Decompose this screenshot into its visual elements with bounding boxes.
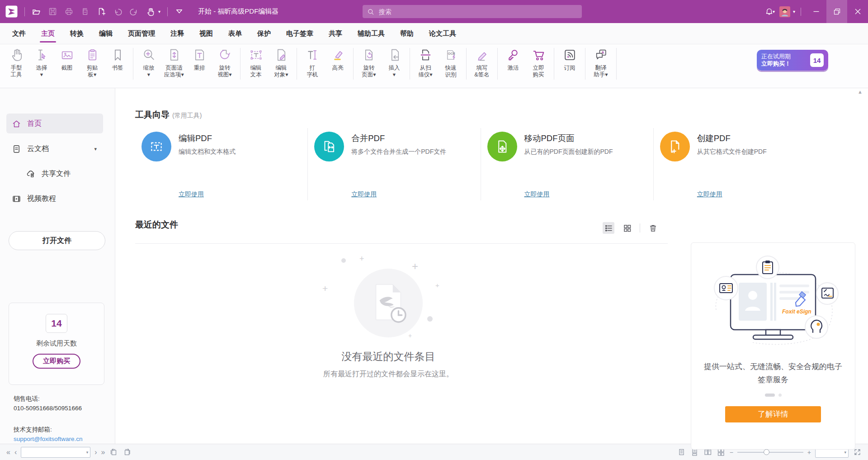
carousel-dot-active[interactable] bbox=[765, 394, 775, 397]
bell-caret-icon[interactable]: ▾ bbox=[773, 9, 775, 14]
menu-tab-view[interactable]: 视图 bbox=[192, 23, 221, 44]
hand-tool-icon[interactable] bbox=[146, 7, 155, 16]
sales-phone-label: 销售电话: bbox=[14, 395, 40, 403]
tool-card-merge-pdf: 合并PDF将多个文件合并生成一个PDF文件立即使用 bbox=[308, 128, 481, 200]
open-folder-icon[interactable] bbox=[32, 7, 41, 16]
tool-rotate-pages[interactable]: 旋转 页面▾ bbox=[356, 47, 382, 78]
tool-activate[interactable]: 激活 bbox=[500, 47, 526, 71]
carousel-dot[interactable] bbox=[778, 394, 782, 397]
sidebar-item-shared-files[interactable]: 共享文件 bbox=[6, 164, 103, 184]
sidebar-item-cloud-docs[interactable]: 云文档▾ bbox=[6, 139, 103, 159]
copy-page-icon[interactable] bbox=[80, 7, 90, 16]
sidebar-item-video-tutorials[interactable]: 视频教程 bbox=[6, 189, 103, 209]
zoom-slider[interactable] bbox=[737, 448, 803, 457]
menu-tab-comment[interactable]: 注释 bbox=[163, 23, 192, 44]
tool-insert[interactable]: 插入 ▾ bbox=[382, 47, 407, 78]
support-email-link[interactable]: support@foxitsoftware.cn bbox=[14, 436, 83, 442]
tool-bookmark[interactable]: 书签 bbox=[105, 47, 130, 71]
activate-key-icon bbox=[506, 47, 521, 64]
clear-recent-trash-button[interactable] bbox=[647, 222, 659, 234]
single-page-view-icon[interactable] bbox=[677, 448, 686, 457]
tool-card-create-pdf: 创建PDF从其它格式文件创建PDF立即使用 bbox=[654, 128, 826, 200]
grid-view-button[interactable] bbox=[621, 222, 633, 234]
use-now-link-merge-pdf[interactable]: 立即使用 bbox=[351, 190, 377, 199]
zoom-slider-knob[interactable] bbox=[764, 449, 769, 455]
tool-edit-object[interactable]: 编辑 对象▾ bbox=[269, 47, 294, 78]
use-now-link-edit-pdf[interactable]: 立即使用 bbox=[179, 190, 204, 199]
scroll-up-icon[interactable]: ▲ bbox=[858, 89, 863, 95]
title-bar: ▾ 开始 - 福昕高级PDF编辑器 ▾ ▾ bbox=[0, 0, 868, 23]
restore-button[interactable] bbox=[826, 0, 847, 23]
menu-tab-share[interactable]: 共享 bbox=[321, 23, 350, 44]
redo-icon[interactable] bbox=[129, 7, 139, 16]
toolbar-group-divider bbox=[616, 48, 617, 80]
tool-ocr[interactable]: OCR快速 识别 bbox=[438, 47, 463, 78]
tool-clipboard[interactable]: 剪贴 板▾ bbox=[80, 47, 105, 78]
hand-tool-icon-caret[interactable]: ▾ bbox=[158, 9, 160, 14]
divider bbox=[167, 7, 168, 16]
print-icon[interactable] bbox=[64, 7, 74, 16]
tool-page-fit[interactable]: 页面适 应选项▾ bbox=[161, 47, 187, 78]
avatar-caret-icon[interactable]: ▾ bbox=[793, 9, 795, 14]
tool-buy-now[interactable]: 立即 购买 bbox=[526, 47, 551, 78]
tool-scanner[interactable]: 从扫 描仪▾ bbox=[413, 47, 438, 78]
sidebar-item-label: 共享文件 bbox=[42, 169, 71, 179]
undo-icon[interactable] bbox=[113, 7, 123, 16]
divider bbox=[801, 8, 801, 16]
search-box[interactable] bbox=[363, 5, 582, 18]
zoom-level-input[interactable] bbox=[816, 449, 842, 455]
menu-tab-form[interactable]: 表单 bbox=[221, 23, 250, 44]
sidebar-item-home[interactable]: 首页 bbox=[6, 114, 103, 133]
menu-tab-protect[interactable]: 保护 bbox=[250, 23, 278, 44]
use-now-link-move-pdf-pages[interactable]: 立即使用 bbox=[524, 190, 550, 199]
next-page-button[interactable]: › bbox=[94, 449, 97, 456]
buy-now-button[interactable]: 立即购买 bbox=[33, 354, 80, 369]
cart-icon bbox=[531, 47, 546, 64]
last-page-button[interactable]: » bbox=[101, 449, 105, 456]
toolbar-group-divider bbox=[297, 48, 297, 80]
chevron-down-icon[interactable]: ▾ bbox=[94, 146, 97, 152]
next-view-icon[interactable] bbox=[122, 448, 131, 457]
menu-tab-file[interactable]: 文件 bbox=[5, 23, 33, 44]
menu-tab-organize[interactable]: 页面管理 bbox=[120, 23, 163, 44]
page-number-caret-icon[interactable]: ▾ bbox=[85, 450, 90, 455]
first-page-button[interactable]: « bbox=[6, 449, 10, 456]
tool-fill-sign[interactable]: 填写 &签名 bbox=[469, 47, 495, 78]
menu-tab-edit[interactable]: 编辑 bbox=[91, 23, 120, 44]
list-view-button[interactable] bbox=[603, 222, 614, 234]
minimize-button[interactable] bbox=[806, 0, 826, 23]
menu-tab-home[interactable]: 主页 bbox=[33, 23, 62, 44]
menu-tab-accessibility[interactable]: 辅助工具 bbox=[350, 23, 392, 44]
tool-hand[interactable]: 手型 工具 bbox=[4, 47, 29, 78]
menu-tab-convert[interactable]: 转换 bbox=[62, 23, 91, 44]
tool-rotate-pages-label: 旋转 页面▾ bbox=[362, 65, 376, 78]
page-number-input[interactable] bbox=[21, 449, 84, 455]
tool-subscribe[interactable]: 订阅 bbox=[557, 47, 582, 71]
save-icon[interactable] bbox=[48, 7, 57, 16]
tool-typewriter[interactable]: 打 字机 bbox=[300, 47, 325, 78]
tool-rotate-view[interactable]: 旋转 视图▾ bbox=[212, 47, 237, 78]
learn-more-button[interactable]: 了解详情 bbox=[725, 406, 821, 422]
previous-page-button[interactable]: ‹ bbox=[14, 449, 17, 456]
tool-edit-text[interactable]: 编辑 文本 bbox=[243, 47, 269, 78]
menu-tab-paper-tools[interactable]: 论文工具 bbox=[421, 23, 464, 44]
search-input[interactable] bbox=[378, 8, 577, 16]
tool-highlight[interactable]: 高亮 bbox=[325, 47, 350, 71]
close-button[interactable] bbox=[847, 0, 868, 23]
tool-reflow[interactable]: 重排 bbox=[187, 47, 212, 71]
tool-snapshot[interactable]: 截图 bbox=[54, 47, 80, 71]
menu-tab-help[interactable]: 帮助 bbox=[392, 23, 421, 44]
tool-select[interactable]: 选择 ▾ bbox=[29, 47, 54, 78]
tool-translate[interactable]: A翻译 助手▾ bbox=[588, 47, 613, 78]
tool-zoom[interactable]: 缩放 ▾ bbox=[136, 47, 161, 78]
new-page-icon[interactable] bbox=[97, 7, 106, 16]
previous-view-icon[interactable] bbox=[109, 448, 118, 457]
use-now-link-create-pdf[interactable]: 立即使用 bbox=[697, 190, 722, 199]
open-file-button[interactable]: 打开文件 bbox=[9, 231, 105, 250]
trial-badge[interactable]: 正在试用期 立即购买！ 14 bbox=[757, 50, 828, 71]
tool-zoom-label: 缩放 ▾ bbox=[143, 65, 155, 78]
user-avatar[interactable] bbox=[779, 6, 790, 17]
menu-tab-esign[interactable]: 电子签章 bbox=[278, 23, 321, 44]
collapse-ribbon-icon[interactable] bbox=[175, 7, 184, 16]
zoom-level-caret-icon[interactable]: ▾ bbox=[842, 450, 848, 455]
